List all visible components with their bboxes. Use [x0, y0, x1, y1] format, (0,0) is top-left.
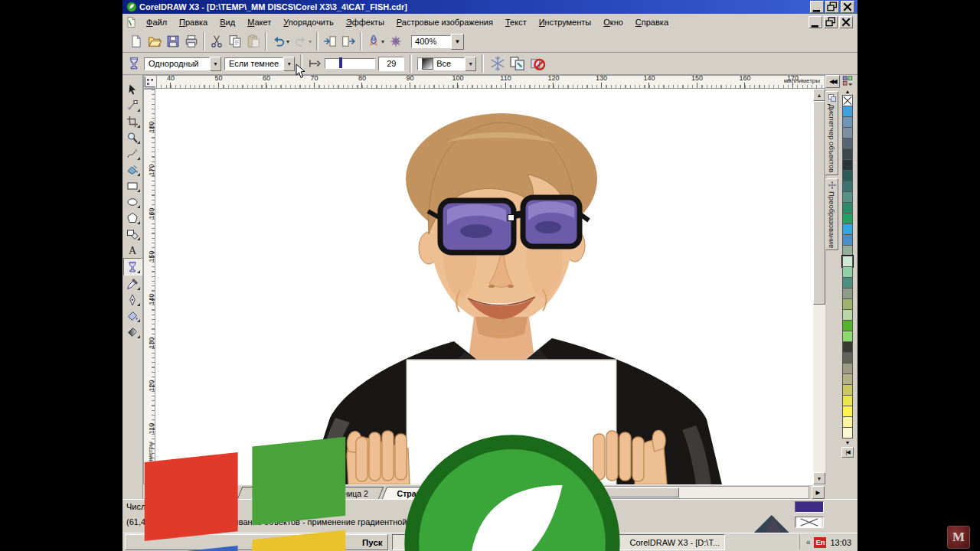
color-swatch[interactable]: [842, 181, 853, 192]
transparency-type-value[interactable]: Однородный: [144, 57, 210, 70]
hscroll-right-button[interactable]: ▶: [812, 486, 825, 499]
scroll-down-button[interactable]: ▼: [813, 472, 825, 484]
ellipse-tool[interactable]: [124, 194, 142, 210]
color-swatch[interactable]: [842, 320, 853, 331]
color-swatch[interactable]: [842, 373, 853, 385]
transparency-operation-value[interactable]: Если темнее: [224, 57, 283, 70]
crop-tool[interactable]: [124, 113, 142, 129]
transparency-slider[interactable]: [325, 58, 375, 69]
zoom-tool[interactable]: [124, 129, 142, 145]
color-swatch[interactable]: [842, 106, 853, 117]
copy-button[interactable]: [227, 33, 243, 50]
drawing-canvas[interactable]: [155, 89, 813, 484]
no-color-swatch[interactable]: [842, 95, 853, 106]
color-swatch[interactable]: [842, 234, 853, 246]
fill-tool[interactable]: [124, 308, 142, 324]
menu-item-7[interactable]: Растровые изображения: [390, 16, 499, 28]
dropdown-arrow-icon[interactable]: ▼: [210, 57, 221, 71]
color-swatch[interactable]: [842, 245, 853, 256]
freeze-transparency-button[interactable]: [489, 55, 506, 72]
docker-tab-1[interactable]: Диспетчер объектов: [825, 91, 838, 175]
color-swatch[interactable]: [842, 127, 853, 139]
color-swatch[interactable]: [842, 363, 853, 374]
color-swatch[interactable]: [842, 341, 853, 353]
color-swatch[interactable]: [842, 406, 853, 417]
color-swatch[interactable]: [842, 116, 853, 128]
language-indicator[interactable]: En: [814, 537, 826, 548]
import-button[interactable]: [322, 33, 338, 50]
menu-item-6[interactable]: Эффекты: [340, 16, 390, 28]
text-tool[interactable]: A: [124, 242, 142, 258]
color-swatch[interactable]: [842, 138, 853, 149]
menu-item-1[interactable]: Файл: [140, 16, 173, 28]
menu-item-10[interactable]: Окно: [597, 16, 629, 28]
transparency-type-combo[interactable]: Однородный ▼: [144, 57, 221, 71]
zoom-level-value[interactable]: 400%: [411, 35, 451, 48]
menu-item-11[interactable]: Справка: [629, 16, 675, 28]
scroll-up-button[interactable]: ▲: [813, 89, 825, 101]
ruler-origin-button[interactable]: [144, 76, 157, 88]
doc-restore-button[interactable]: [824, 16, 838, 28]
document-icon[interactable]: [125, 16, 137, 28]
polygon-tool[interactable]: [124, 210, 142, 226]
dropdown-arrow-icon[interactable]: ▾: [286, 38, 289, 45]
doc-minimize-button[interactable]: [808, 16, 822, 28]
color-swatch[interactable]: [842, 309, 853, 321]
vertical-ruler[interactable]: миллиметры 180170160150140130120110: [143, 89, 155, 484]
slider-thumb[interactable]: [339, 57, 342, 68]
close-button[interactable]: [841, 1, 854, 13]
copy-transparency-button[interactable]: [509, 55, 526, 72]
shape-tool[interactable]: [124, 97, 142, 113]
color-swatch[interactable]: [842, 427, 853, 439]
selection-node-handle[interactable]: [508, 214, 514, 221]
transparency-target-combo[interactable]: Все ▼: [417, 57, 476, 71]
restore-button[interactable]: [825, 1, 839, 13]
color-swatch[interactable]: [842, 298, 853, 310]
dropdown-arrow-icon[interactable]: ▼: [465, 57, 476, 71]
color-swatch[interactable]: [842, 191, 853, 203]
vertical-scrollbar[interactable]: ▲ ▼: [813, 89, 825, 484]
minimize-button[interactable]: [810, 1, 824, 13]
freehand-tool[interactable]: [124, 145, 142, 161]
menu-item-9[interactable]: Инструменты: [533, 16, 598, 28]
zoom-dropdown-arrow-icon[interactable]: ▼: [451, 34, 464, 50]
color-swatch[interactable]: [842, 395, 853, 406]
horizontal-ruler[interactable]: миллиметры 40506070809010011012013014015…: [143, 75, 825, 89]
color-swatch[interactable]: [842, 352, 853, 364]
palette-scroll-down-button[interactable]: ▼: [842, 439, 853, 447]
dropdown-arrow-icon[interactable]: ▼: [283, 57, 295, 71]
color-swatch[interactable]: [842, 170, 853, 181]
color-swatch[interactable]: [842, 288, 853, 299]
menu-item-8[interactable]: Текст: [499, 16, 533, 28]
menu-item-3[interactable]: Вид: [214, 16, 241, 28]
transparency-operation-combo[interactable]: Если темнее ▼: [224, 57, 295, 71]
menu-item-4[interactable]: Макет: [241, 16, 277, 28]
basic-shapes-tool[interactable]: [124, 226, 142, 242]
vertical-scroll-thumb[interactable]: [813, 101, 825, 305]
palette-menu-button[interactable]: [841, 75, 854, 86]
open-button[interactable]: [146, 33, 163, 50]
interactive-transparency-tool[interactable]: [123, 258, 142, 276]
dropdown-arrow-icon[interactable]: ▾: [381, 38, 384, 45]
save-button[interactable]: [165, 33, 181, 50]
docker-collapse-button[interactable]: ◀◀: [825, 75, 840, 88]
corel-online-button[interactable]: [387, 33, 404, 50]
cut-button[interactable]: [208, 33, 225, 50]
color-swatch[interactable]: [842, 331, 853, 342]
pick-tool[interactable]: [124, 81, 142, 97]
undo-button[interactable]: ▾: [270, 33, 291, 50]
color-swatch[interactable]: [842, 256, 853, 267]
taskbar-item-coreldraw[interactable]: CorelDRAW X3 - [D:\T...: [392, 534, 726, 550]
outline-tool[interactable]: [124, 292, 142, 308]
print-button[interactable]: [183, 33, 200, 50]
color-swatch[interactable]: [842, 266, 853, 278]
menu-item-5[interactable]: Упорядочить: [277, 16, 339, 28]
docker-tab-2[interactable]: Преобразование: [825, 178, 838, 250]
start-button[interactable]: Пуск: [125, 534, 388, 550]
zoom-level-combo[interactable]: 400% ▼: [411, 34, 464, 49]
clear-transparency-button[interactable]: [529, 55, 546, 72]
eyedropper-tool[interactable]: [124, 276, 142, 292]
color-swatch[interactable]: [842, 159, 853, 171]
color-swatch[interactable]: [842, 384, 853, 396]
palette-expand-button[interactable]: |◀: [841, 447, 854, 458]
